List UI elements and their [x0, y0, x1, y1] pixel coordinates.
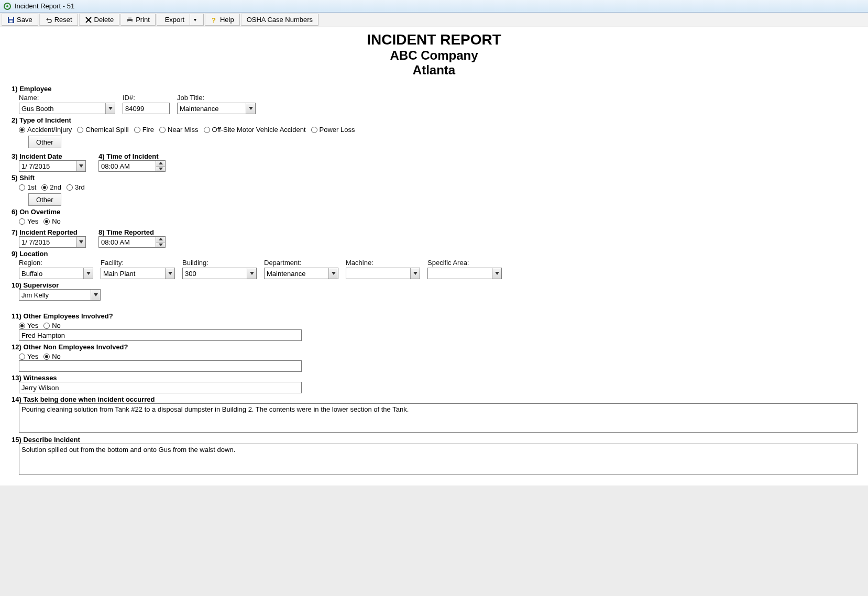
- incident-date-value: 1/ 7/2015: [21, 162, 50, 170]
- employee-id-field[interactable]: 84099: [123, 103, 170, 114]
- report-title: INCIDENT REPORT: [0, 31, 868, 48]
- incident-type-other-button[interactable]: Other: [28, 136, 61, 148]
- radio-shift-3[interactable]: 3rd: [67, 183, 85, 191]
- region-combo[interactable]: Buffalo: [19, 268, 93, 279]
- radio-shift-2[interactable]: 2nd: [41, 183, 61, 191]
- department-combo[interactable]: Maintenance: [264, 268, 338, 279]
- facility-combo[interactable]: Main Plant: [101, 268, 175, 279]
- section-incident-type: 2) Type of Incident: [12, 116, 858, 124]
- radio-otheremp-no[interactable]: No: [43, 322, 61, 329]
- shift-other-button[interactable]: Other: [28, 193, 61, 206]
- reported-time-spinner[interactable]: 08:00 AM: [98, 236, 166, 248]
- incident-time-spinner[interactable]: 08:00 AM: [98, 160, 166, 172]
- jobtitle-combo[interactable]: Maintenance: [177, 103, 256, 114]
- reported-date-picker[interactable]: 1/ 7/2015: [19, 236, 86, 248]
- radio-fire[interactable]: Fire: [134, 126, 154, 134]
- svg-rect-4: [9, 20, 13, 23]
- radio-accident[interactable]: Accident/Injury: [19, 126, 72, 134]
- spin-up-icon[interactable]: [156, 161, 165, 167]
- export-button[interactable]: Export ▾: [157, 14, 204, 26]
- building-combo[interactable]: 300: [182, 268, 257, 279]
- section-task: 14) Task being done when incident occurr…: [12, 395, 858, 403]
- osha-button[interactable]: OSHA Case Numbers: [241, 14, 318, 26]
- section-describe: 15) Describe Incident: [12, 436, 858, 444]
- employee-name-combo[interactable]: Gus Booth: [19, 103, 115, 114]
- help-button[interactable]: ? Help: [205, 14, 240, 26]
- svg-marker-23: [413, 272, 417, 275]
- building-label: Building:: [182, 259, 257, 267]
- delete-icon: [85, 16, 92, 24]
- witnesses-value: Jerry Wilson: [21, 384, 59, 392]
- app-icon: [3, 2, 12, 10]
- spin-up-icon[interactable]: [156, 237, 165, 242]
- supervisor-value: Jim Kelly: [21, 291, 49, 299]
- delete-button[interactable]: Delete: [79, 14, 120, 26]
- svg-marker-20: [168, 272, 172, 275]
- employee-id-value: 84099: [125, 105, 144, 113]
- machine-label: Machine:: [346, 259, 420, 267]
- section-supervisor: 10) Supervisor: [12, 281, 858, 289]
- reset-button[interactable]: Reset: [39, 14, 78, 26]
- radio-chemical[interactable]: Chemical Spill: [77, 126, 128, 134]
- window-title: Incident Report - 51: [15, 2, 74, 10]
- radio-overtime-no[interactable]: No: [43, 217, 61, 225]
- reported-date-value: 1/ 7/2015: [21, 238, 50, 246]
- svg-point-1: [6, 5, 8, 7]
- task-textarea[interactable]: Pouring cleaning solution from Tank #22 …: [19, 403, 858, 433]
- other-employees-field[interactable]: Fred Hampton: [19, 329, 302, 341]
- svg-marker-25: [94, 293, 98, 296]
- incident-time-value: 08:00 AM: [101, 162, 130, 170]
- export-label: Export: [165, 16, 185, 24]
- radio-offsite[interactable]: Off-Site Motor Vehicle Accident: [204, 126, 306, 134]
- region-value: Buffalo: [21, 270, 42, 278]
- spin-down-icon[interactable]: [156, 167, 165, 172]
- export-dropdown[interactable]: ▾: [190, 14, 199, 25]
- reset-label: Reset: [54, 16, 72, 24]
- section-incident-date: 3) Incident Date: [12, 152, 86, 160]
- supervisor-combo[interactable]: Jim Kelly: [19, 289, 101, 301]
- svg-marker-17: [159, 238, 163, 240]
- machine-combo[interactable]: [346, 268, 420, 279]
- radio-nearmiss[interactable]: Near Miss: [159, 126, 199, 134]
- other-non-employees-field[interactable]: [19, 360, 302, 372]
- radio-othernon-no[interactable]: No: [43, 352, 61, 360]
- section-witnesses: 13) Witnesses: [12, 374, 858, 382]
- section-other-employees: 11) Other Employees Involved?: [12, 312, 858, 320]
- chevron-down-icon: ▾: [194, 17, 196, 23]
- other-employees-value: Fred Hampton: [21, 332, 65, 339]
- toolbar: Save Reset Delete Print Export ▾: [0, 13, 868, 27]
- radio-shift-1[interactable]: 1st: [19, 183, 36, 191]
- jobtitle-label: Job Title:: [177, 94, 256, 102]
- section-time-reported: 8) Time Reported: [98, 228, 166, 236]
- spin-down-icon[interactable]: [156, 242, 165, 248]
- save-icon: [7, 16, 15, 24]
- id-label: ID#:: [123, 94, 170, 102]
- report-city: Atlanta: [0, 63, 868, 78]
- save-button[interactable]: Save: [2, 14, 38, 26]
- radio-otheremp-yes[interactable]: Yes: [19, 322, 38, 329]
- undo-icon: [45, 16, 52, 24]
- section-shift: 5) Shift: [12, 174, 858, 182]
- witnesses-field[interactable]: Jerry Wilson: [19, 382, 302, 393]
- region-label: Region:: [19, 259, 93, 267]
- svg-marker-13: [79, 164, 83, 168]
- svg-marker-16: [79, 240, 83, 244]
- facility-value: Main Plant: [103, 270, 135, 278]
- osha-label: OSHA Case Numbers: [247, 16, 313, 24]
- print-button[interactable]: Print: [120, 14, 156, 26]
- radio-overtime-yes[interactable]: Yes: [19, 217, 38, 225]
- radio-othernon-yes[interactable]: Yes: [19, 352, 38, 360]
- print-icon: [126, 16, 134, 24]
- incident-date-picker[interactable]: 1/ 7/2015: [19, 160, 86, 172]
- svg-marker-11: [108, 107, 113, 110]
- chevron-down-icon: [492, 268, 501, 279]
- print-label: Print: [136, 16, 150, 24]
- area-combo[interactable]: [427, 268, 502, 279]
- department-value: Maintenance: [267, 270, 305, 278]
- svg-rect-3: [9, 17, 13, 19]
- describe-value: Solution spilled out from the bottom and…: [21, 446, 235, 454]
- titlebar: Incident Report - 51: [0, 0, 868, 13]
- describe-textarea[interactable]: Solution spilled out from the bottom and…: [19, 444, 858, 475]
- section-overtime: 6) On Overtime: [12, 208, 858, 216]
- radio-powerloss[interactable]: Power Loss: [311, 126, 355, 134]
